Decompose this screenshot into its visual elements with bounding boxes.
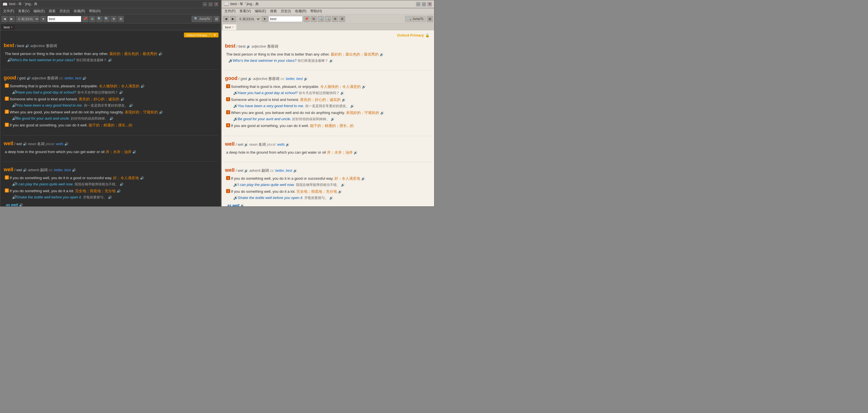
left-zoom-out-button[interactable]: 🔍: [103, 16, 110, 22]
right-cs-audio-good[interactable]: 🔊: [304, 77, 308, 81]
right-exaudio1-well-adv[interactable]: 🔊: [341, 183, 345, 186]
left-audio3-good[interactable]: 🔊: [159, 111, 163, 114]
left-exaudio1-good[interactable]: 🔊: [119, 91, 123, 94]
right-audio-best[interactable]: 🔊: [247, 45, 250, 48]
left-audio-best[interactable]: 🔊: [25, 44, 29, 48]
left-audio1-well-adv[interactable]: 🔊: [140, 176, 144, 180]
left-plural-audio-well[interactable]: 🔊: [64, 142, 68, 146]
left-panel-button[interactable]: ▤: [213, 16, 220, 22]
left-cs-values-good[interactable]: better, best: [65, 76, 81, 80]
right-audio2-good[interactable]: 🔊: [342, 98, 346, 101]
left-menu-help[interactable]: 帮助(H): [87, 8, 102, 14]
left-audio2-well-adv[interactable]: 🔊: [117, 189, 121, 193]
left-cs-values-well-adv[interactable]: better, best: [54, 168, 71, 172]
left-jumpto-button[interactable]: 🔍 JumpTo: [192, 16, 213, 22]
right-cs-values-well-adv[interactable]: better, best: [275, 169, 292, 173]
left-audio1-good[interactable]: 🔊: [141, 85, 145, 88]
right-toolbar: ◀ ▶ E-英汉ESL ▼ 📌 ⧉ 🔍 🔍 ⊕ ⊞ 🔍 JumpTo ▤: [222, 14, 434, 24]
right-ex-audio-best[interactable]: 🔊: [329, 59, 333, 62]
right-audio-well-noun[interactable]: 🔊: [244, 143, 248, 146]
left-layout-button[interactable]: ⊞: [118, 16, 124, 22]
right-panel-button[interactable]: ▤: [427, 16, 433, 22]
left-dropdown-button[interactable]: ▼: [40, 16, 46, 22]
left-as-well-audio[interactable]: 🔊: [19, 203, 23, 207]
left-menu-view[interactable]: 查看(V): [17, 8, 31, 14]
left-back-button[interactable]: ◀: [1, 16, 8, 22]
right-audio-well-adv[interactable]: 🔊: [244, 169, 248, 172]
right-layout-button[interactable]: ⊞: [339, 16, 345, 22]
right-menu-view[interactable]: 查看(V): [238, 8, 252, 14]
right-tab-close[interactable]: ✕: [232, 26, 234, 29]
right-forward-button[interactable]: ▶: [230, 16, 236, 22]
left-zoom-in-button[interactable]: 🔍: [96, 16, 102, 22]
left-cs-audio-good[interactable]: 🔊: [83, 77, 87, 80]
left-zoom-reset-button[interactable]: ⊕: [111, 16, 117, 22]
right-maximize-button[interactable]: □: [422, 2, 426, 6]
left-exaudio2-good[interactable]: 🔊: [129, 104, 133, 107]
right-exaudio3-good[interactable]: 🔊: [331, 117, 335, 121]
left-menu-search[interactable]: 搜索: [47, 8, 57, 14]
right-menu-edit[interactable]: 编辑(E): [253, 8, 268, 14]
left-menu-edit[interactable]: 编辑(E): [32, 8, 46, 14]
right-plural-audio-well[interactable]: 🔊: [286, 143, 290, 146]
right-dict-select[interactable]: E-英汉ESL: [237, 16, 261, 22]
right-exaudio2-well-adv[interactable]: 🔊: [329, 196, 333, 200]
left-menu-history[interactable]: 历史(I): [58, 8, 71, 14]
right-audio2-well-adv[interactable]: 🔊: [338, 190, 342, 193]
right-dropdown-button[interactable]: ▼: [261, 16, 268, 22]
left-close-button[interactable]: ✕: [214, 2, 218, 6]
left-forward-button[interactable]: ▶: [8, 16, 15, 22]
right-tab-best[interactable]: best ✕: [223, 24, 236, 30]
right-menu-file[interactable]: 文件(F): [223, 8, 237, 14]
right-as-well-audio[interactable]: 🔊: [240, 204, 244, 207]
right-menu-search[interactable]: 搜索: [268, 8, 279, 14]
right-audio1-good[interactable]: 🔊: [362, 85, 366, 88]
left-menu-favorites[interactable]: 收藏(R): [72, 8, 87, 14]
right-menu-favorites[interactable]: 收藏(R): [293, 8, 308, 14]
right-cs-values-good[interactable]: better, best: [286, 77, 303, 81]
left-tab-close[interactable]: ✕: [10, 26, 13, 29]
left-ex-audio-best[interactable]: 🔊: [108, 58, 112, 62]
left-pin-button[interactable]: 📌: [82, 16, 88, 22]
left-cs-audio-well-adv[interactable]: 🔊: [72, 168, 76, 172]
left-exaudio3-good[interactable]: 🔊: [110, 117, 113, 120]
right-audio-def-well-noun[interactable]: 🔊: [354, 151, 358, 154]
left-audio-def-well-noun[interactable]: 🔊: [132, 150, 136, 154]
right-zoom-in-button[interactable]: 🔍: [318, 16, 324, 22]
right-back-button[interactable]: ◀: [223, 16, 229, 22]
right-content-area[interactable]: Oxford Primary 🔒 best / best 🔊 adjective…: [222, 30, 434, 206]
right-menu-history[interactable]: 历史(I): [279, 8, 292, 14]
left-tab-best[interactable]: best ✕: [1, 24, 15, 30]
right-pin-button[interactable]: 📌: [304, 16, 310, 22]
right-minimize-button[interactable]: ─: [416, 2, 421, 6]
left-content-area[interactable]: Oxford Primary 🔒 ▼ best / best 🔊 adjecti…: [0, 30, 221, 206]
right-cs-audio-well-adv[interactable]: 🔊: [293, 169, 297, 172]
left-copy-button[interactable]: ⧉: [89, 16, 95, 22]
left-audio-well-adv[interactable]: 🔊: [23, 168, 27, 172]
left-maximize-button[interactable]: □: [208, 2, 213, 6]
right-exaudio2-good[interactable]: 🔊: [350, 104, 354, 108]
left-exaudio2-well-adv[interactable]: 🔊: [108, 196, 112, 199]
right-audio-good[interactable]: 🔊: [248, 77, 252, 81]
right-close-button[interactable]: ✕: [427, 2, 432, 6]
right-exaudio1-good[interactable]: 🔊: [340, 91, 344, 95]
left-audio-well-noun[interactable]: 🔊: [23, 142, 27, 146]
left-minimize-button[interactable]: ─: [203, 2, 207, 6]
right-audio3-good[interactable]: 🔊: [380, 111, 384, 115]
left-audio-def-best[interactable]: 🔊: [158, 52, 162, 56]
left-exaudio1-well-adv[interactable]: 🔊: [120, 182, 124, 186]
right-menu-help[interactable]: 帮助(H): [309, 8, 323, 14]
right-copy-button[interactable]: ⧉: [311, 16, 317, 22]
right-zoom-out-button[interactable]: 🔍: [325, 16, 331, 22]
left-dict-select[interactable]: E-英汉ESL: [16, 16, 39, 22]
left-search-input[interactable]: [47, 16, 81, 22]
right-zoom-reset-button[interactable]: ⊕: [332, 16, 338, 22]
left-audio-good[interactable]: 🔊: [27, 77, 31, 80]
right-search-input[interactable]: [269, 16, 303, 22]
right-audio1-well-adv[interactable]: 🔊: [361, 177, 365, 180]
left-oxford-text: Oxford Primary: [186, 33, 207, 37]
left-audio2-good[interactable]: 🔊: [120, 97, 124, 101]
right-audio-def-best[interactable]: 🔊: [380, 53, 384, 56]
left-menu-file[interactable]: 文件(F): [1, 8, 16, 14]
right-jumpto-button[interactable]: 🔍 JumpTo: [405, 16, 426, 22]
